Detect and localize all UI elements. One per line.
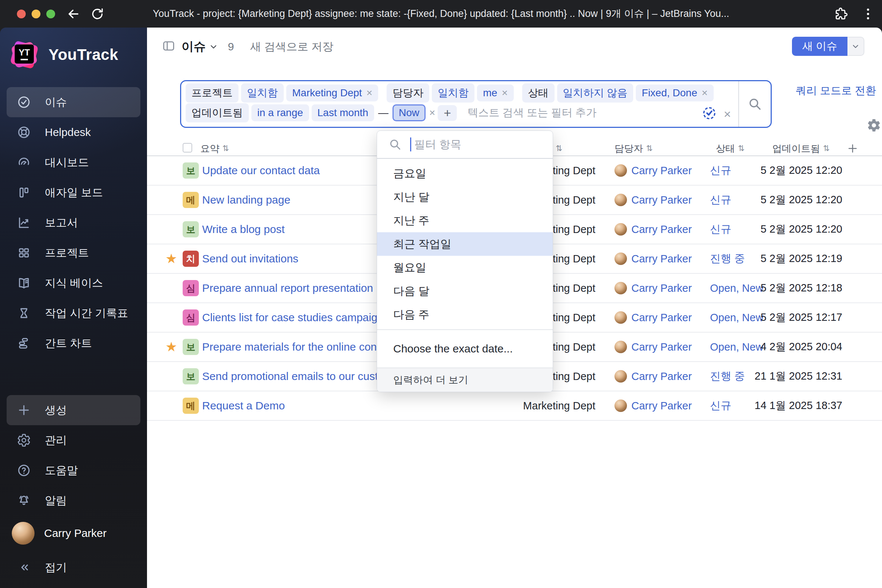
issue-assignee[interactable]: Carry Parker (615, 282, 692, 294)
filter-token[interactable]: 담당자 (387, 83, 429, 102)
issue-state-link[interactable]: Open, New (710, 341, 763, 353)
save-search-button[interactable]: 새 검색으로 저장 (250, 39, 334, 54)
issue-assignee[interactable]: Carry Parker (615, 223, 692, 236)
filter-token[interactable]: Now× (393, 104, 435, 121)
browser-menu-dots-icon[interactable] (861, 7, 875, 21)
dropdown-item[interactable]: 월요일 (377, 256, 553, 279)
remove-token-icon[interactable]: × (366, 87, 372, 99)
column-header-updated[interactable]: 업데이트됨⇅ (772, 141, 830, 156)
dropdown-item[interactable]: 다음 주 (377, 303, 553, 326)
sidebar-item[interactable]: 보고서 (7, 208, 140, 238)
reload-icon[interactable] (90, 7, 105, 21)
issue-assignee[interactable]: Carry Parker (615, 194, 692, 206)
minimize-window-button[interactable] (32, 9, 40, 18)
issue-title-link[interactable]: Update our contact data (202, 164, 320, 177)
sidebar-item[interactable]: Helpdesk (7, 117, 140, 147)
filter-token[interactable]: me× (477, 84, 513, 101)
sort-icon[interactable]: ⇅ (222, 144, 229, 153)
issue-assignee[interactable]: Carry Parker (615, 252, 692, 265)
extensions-puzzle-icon[interactable] (834, 7, 848, 21)
sidebar-item[interactable]: 도움말 (7, 455, 140, 486)
filter-token[interactable]: 상태 (522, 83, 555, 102)
app-logo[interactable]: YT YouTrack (9, 40, 147, 69)
column-header-project-sort[interactable]: ⇅ (556, 141, 562, 156)
filter-token[interactable]: + (438, 105, 457, 121)
list-settings-gear-icon[interactable] (867, 118, 881, 133)
dropdown-search[interactable]: 필터 항목 (377, 131, 553, 159)
issue-assignee[interactable]: Carry Parker (615, 340, 692, 353)
new-issue-dropdown-button[interactable] (848, 37, 864, 56)
search-filter-box[interactable]: 프로젝트일치함Marketing Dept×담당자일치함me×상태일치하지 않음… (180, 80, 772, 128)
select-all-check-icon[interactable] (702, 105, 717, 122)
clear-filters-icon[interactable]: × (724, 108, 731, 120)
filter-token[interactable]: 프로젝트 (186, 83, 238, 102)
dropdown-item[interactable]: 지난 주 (377, 209, 553, 232)
sidebar-item[interactable]: 이슈 (7, 87, 140, 117)
issue-assignee[interactable]: Carry Parker (615, 370, 692, 382)
sidebar-item[interactable]: 애자일 보드 (7, 177, 140, 208)
filter-token[interactable]: 업데이트됨 (186, 103, 249, 122)
sidebar-item[interactable]: 작업 시간 기록표 (7, 298, 140, 328)
sidebar-item[interactable]: 프로젝트 (7, 238, 140, 268)
choose-exact-date-item[interactable]: Choose the exact date... (377, 330, 553, 368)
sort-icon[interactable]: ⇅ (823, 144, 830, 153)
issue-state-link[interactable]: 신규 (710, 193, 731, 207)
issue-state-link[interactable]: 신규 (710, 222, 731, 237)
issue-state-link[interactable]: Open, New (710, 282, 763, 294)
sidebar-item[interactable]: 지식 베이스 (7, 268, 140, 298)
back-icon[interactable] (66, 7, 81, 21)
filter-token[interactable]: Marketing Dept× (286, 84, 378, 101)
sidebar-item[interactable]: 알림 (7, 486, 140, 516)
user-profile[interactable]: Carry Parker (7, 518, 140, 549)
sidebar-item[interactable]: 관리 (7, 425, 140, 455)
column-header-assignee[interactable]: 담당자⇅ (615, 141, 652, 156)
column-header-summary[interactable]: 요약⇅ (200, 141, 229, 156)
add-column-icon[interactable] (846, 142, 859, 155)
filter-token[interactable]: Last month (312, 104, 375, 121)
chevron-down-icon[interactable] (209, 42, 218, 51)
dropdown-item[interactable]: 다음 달 (377, 279, 553, 303)
filter-token[interactable]: — (376, 104, 390, 121)
sidebar-item[interactable]: 생성 (7, 395, 140, 425)
issue-row[interactable]: ★ 메 Request a Demo Marketing Dept Carry … (147, 392, 882, 421)
issue-assignee[interactable]: Carry Parker (615, 311, 692, 324)
sort-icon[interactable]: ⇅ (738, 144, 744, 153)
issue-state-link[interactable]: 진행 중 (710, 251, 745, 266)
sort-icon[interactable]: ⇅ (556, 144, 562, 153)
issue-title-link[interactable]: New landing page (202, 194, 290, 206)
remove-token-icon[interactable]: × (702, 87, 707, 99)
issue-state-link[interactable]: 진행 중 (710, 369, 745, 384)
run-search-section[interactable] (738, 81, 771, 127)
page-title[interactable]: 이슈 (182, 39, 206, 55)
issue-title-link[interactable]: Request a Demo (202, 399, 285, 412)
select-all-checkbox[interactable] (183, 143, 192, 153)
filter-token[interactable]: 일치함 (432, 83, 474, 102)
issue-state-link[interactable]: 신규 (710, 163, 731, 178)
filter-token[interactable]: in a range (251, 104, 309, 121)
sidebar-item[interactable]: 간트 차트 (7, 328, 140, 358)
new-issue-button[interactable]: 새 이슈 (792, 37, 848, 56)
dropdown-item[interactable]: 최근 작업일 (377, 232, 553, 256)
star-icon[interactable]: ★ (165, 251, 177, 266)
column-header-state[interactable]: 상태⇅ (716, 141, 744, 156)
issue-state-link[interactable]: 신규 (710, 398, 731, 413)
query-mode-link[interactable]: 쿼리 모드로 전환 (796, 83, 876, 98)
filter-token[interactable]: Fixed, Done× (636, 84, 713, 101)
issue-title-link[interactable]: Send out invitations (202, 252, 298, 265)
issue-title-link[interactable]: Prepare annual report presentation (202, 282, 373, 294)
sort-icon[interactable]: ⇅ (646, 144, 652, 153)
remove-token-icon[interactable]: × (502, 87, 507, 99)
sidebar-collapse[interactable]: 접기 (7, 554, 140, 581)
filter-search-placeholder[interactable]: 텍스트 검색 또는 필터 추가 (468, 105, 597, 120)
issue-assignee[interactable]: Carry Parker (615, 164, 692, 177)
sidebar-item[interactable]: 대시보드 (7, 147, 140, 177)
close-window-button[interactable] (17, 9, 26, 18)
filter-token[interactable]: 일치함 (241, 83, 284, 102)
remove-token-icon[interactable]: × (429, 107, 435, 119)
issue-assignee[interactable]: Carry Parker (615, 399, 692, 412)
issue-title-link[interactable]: Write a blog post (202, 223, 285, 236)
issue-state-link[interactable]: Open, New (710, 312, 763, 324)
dropdown-item[interactable]: 지난 달 (377, 185, 553, 209)
dropdown-item[interactable]: 금요일 (377, 162, 553, 185)
sidebar-toggle-icon[interactable] (162, 39, 176, 54)
